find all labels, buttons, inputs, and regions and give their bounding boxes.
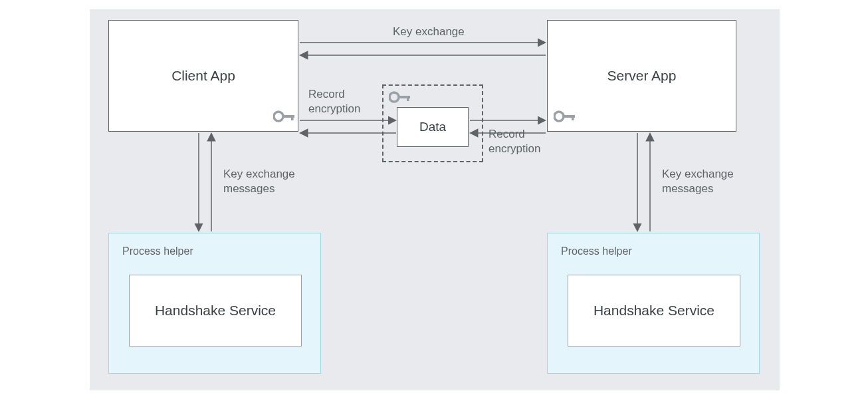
process-helper-label-left: Process helper <box>122 245 193 257</box>
svg-point-3 <box>389 92 399 102</box>
server-app-label: Server App <box>607 68 677 84</box>
svg-rect-8 <box>572 116 574 120</box>
svg-rect-2 <box>291 116 294 120</box>
key-exchange-messages-label-right: Key exchange messages <box>662 167 734 196</box>
process-helper-right: Process helper Handshake Service <box>547 233 760 374</box>
handshake-service-left: Handshake Service <box>129 275 302 346</box>
process-helper-label-right: Process helper <box>561 245 632 257</box>
client-app-label: Client App <box>171 68 235 84</box>
svg-rect-5 <box>407 97 409 101</box>
data-label: Data <box>419 120 446 134</box>
handshake-service-label-right: Handshake Service <box>594 303 714 319</box>
diagram-container: Client App Server App Data Process helpe… <box>90 9 780 390</box>
data-box: Data <box>397 107 469 147</box>
handshake-service-right: Handshake Service <box>568 275 740 346</box>
client-app-box: Client App <box>108 20 298 132</box>
key-exchange-label: Key exchange <box>393 25 465 39</box>
process-helper-left: Process helper Handshake Service <box>108 233 321 374</box>
svg-point-0 <box>274 112 283 121</box>
key-icon <box>554 110 576 122</box>
record-encryption-label-left: Record encryption <box>308 87 360 116</box>
record-encryption-label-right: Record encryption <box>488 127 540 156</box>
key-icon <box>389 91 411 103</box>
svg-point-6 <box>554 112 564 121</box>
key-exchange-messages-label-left: Key exchange messages <box>223 167 295 196</box>
handshake-service-label-left: Handshake Service <box>155 303 276 319</box>
key-icon <box>273 110 296 122</box>
